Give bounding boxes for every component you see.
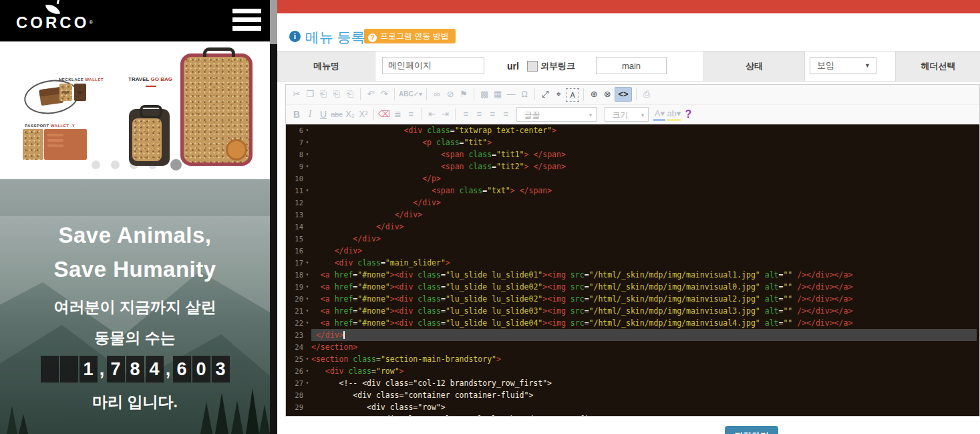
hamburger-menu-icon[interactable] [232, 9, 261, 33]
code-line-18[interactable]: 18▾ <a href="#none"><div class="lu_slide… [286, 269, 979, 281]
fold-arrow-icon[interactable]: ▾ [303, 148, 311, 160]
code-line-27[interactable]: 27▾ <!-- <div class="col-12 brandstory_r… [286, 377, 979, 389]
code-line-8[interactable]: 8▾ <span class="tit1"> </span> [286, 148, 979, 160]
text-color-icon[interactable]: A▾ [653, 108, 665, 121]
link-icon[interactable]: ∞ [431, 87, 443, 102]
cut-icon[interactable]: ✂ [291, 87, 303, 102]
save-button[interactable]: 저장하기 [725, 426, 778, 434]
fold-arrow-icon[interactable]: ▾ [303, 365, 311, 377]
program-link-help-button[interactable]: ?프로그램 연동 방법 [364, 29, 456, 43]
product-slide[interactable]: NECKLACE WALLET PASSPORT WALLET .Y TRAVE… [0, 41, 270, 179]
code-line-26[interactable]: 26▾ <div class="row"> [286, 365, 979, 377]
code-line-25[interactable]: 25▾<section class="section-main-brandsto… [286, 353, 979, 365]
help-icon[interactable]: ? [682, 107, 694, 122]
url-input[interactable] [596, 57, 667, 74]
align-left-icon[interactable]: ≡ [460, 107, 472, 122]
fold-arrow-icon[interactable]: ▾ [303, 317, 311, 329]
fold-arrow-icon[interactable]: ▾ [303, 281, 311, 293]
code-line-30[interactable]: 30 <div class="col-12 col-xl-7 brandstor… [286, 413, 979, 416]
select-all-icon[interactable]: A [566, 88, 579, 102]
fold-arrow-icon[interactable]: ▾ [303, 257, 311, 269]
remove-tag-icon[interactable]: ⊗ [601, 87, 613, 102]
source-icon[interactable]: <> [615, 87, 632, 102]
site-logo[interactable]: CORCO® [16, 3, 90, 31]
code-line-14[interactable]: 14 </div> [286, 221, 979, 233]
code-line-17[interactable]: 17▾ <div class="main_slider"> [286, 257, 979, 269]
source-code-area[interactable]: 6▾ <div class="txtwrap text-center">7▾ <… [286, 124, 979, 416]
image-icon[interactable]: ▩ [478, 87, 490, 102]
strikethrough-icon[interactable]: abc [331, 107, 343, 122]
bg-color-icon[interactable]: ab▾ [667, 108, 681, 121]
align-justify-icon[interactable]: ≡ [500, 107, 512, 122]
code-line-10[interactable]: 10 </p> [286, 173, 979, 185]
code-line-24[interactable]: 24</section> [286, 341, 979, 353]
undo-icon[interactable]: ↶ [365, 87, 377, 102]
status-select[interactable]: 보임 ▼ [810, 57, 876, 74]
code-line-28[interactable]: 28 <div class="container container-fluid… [286, 389, 979, 401]
paste-word-icon[interactable]: ⎗ [344, 87, 356, 102]
fold-arrow-icon[interactable]: ▾ [303, 160, 311, 173]
code-line-22[interactable]: 22▾ <a href="#none"><div class="lu_slide… [286, 317, 979, 329]
menu-name-input[interactable] [382, 57, 484, 74]
slider-dot[interactable] [111, 160, 120, 169]
size-dropdown[interactable]: 크기▾ [605, 107, 649, 122]
external-link-checkbox[interactable] [527, 61, 538, 72]
code-line-20[interactable]: 20▾ <a href="#none"><div class="lu_slide… [286, 293, 979, 305]
unlink-icon[interactable]: ⊘ [444, 87, 456, 102]
preview-scrollbar-track[interactable] [270, 0, 277, 434]
redo-icon[interactable]: ↷ [378, 87, 390, 102]
counter-digit-box: 3 [212, 356, 230, 383]
special-char-icon[interactable]: Ω [518, 87, 530, 102]
fold-arrow-icon[interactable]: ▾ [303, 293, 311, 305]
fold-arrow-icon[interactable]: ▾ [303, 377, 311, 389]
align-center-icon[interactable]: ≡ [473, 107, 485, 122]
fold-arrow-icon[interactable]: ▾ [303, 124, 311, 136]
bold-icon[interactable]: B [291, 107, 303, 122]
ordered-list-icon[interactable]: ≣ [391, 107, 403, 122]
print-icon[interactable]: ⎙ [641, 87, 653, 102]
table-icon[interactable]: ▦ [492, 87, 504, 102]
remove-format-icon[interactable]: ⌫ [378, 107, 390, 122]
hero-section: Save Animals, Save Humanity 여러분이 지금까지 살린… [0, 179, 270, 434]
code-line-12[interactable]: 12 </div> [286, 197, 979, 209]
code-line-29[interactable]: 29 <div class="row"> [286, 401, 979, 413]
add-tag-icon[interactable]: ⊕ [588, 87, 600, 102]
align-right-icon[interactable]: ≡ [486, 107, 498, 122]
superscript-icon[interactable]: X² [357, 107, 369, 122]
subscript-icon[interactable]: X₂ [344, 107, 356, 122]
fold-arrow-icon[interactable]: ▾ [303, 269, 311, 281]
code-line-6[interactable]: 6▾ <div class="txtwrap text-center"> [286, 124, 979, 136]
code-line-9[interactable]: 9▾ <span class="tit2"> </span> [286, 160, 979, 173]
logo-text: CORCO [16, 13, 89, 31]
editor-toolbar-row1: ✂❐⎗⎗⎗↶↷ABC✓▾∞⊘⚑▩▦―Ω⤢⌖A⊕⊗<>⎙ [286, 85, 979, 105]
code-line-23[interactable]: 23 </div> [286, 329, 979, 341]
copy-icon[interactable]: ❐ [304, 87, 316, 102]
code-line-11[interactable]: 11▾ <span class="txt"> </span> [286, 185, 979, 197]
find-icon[interactable]: ⌖ [552, 87, 564, 102]
italic-icon[interactable]: I [304, 107, 316, 122]
font-dropdown[interactable]: 글꼴▾ [516, 107, 597, 122]
anchor-icon[interactable]: ⚑ [458, 87, 470, 102]
outdent-icon[interactable]: ⇤ [426, 107, 438, 122]
unordered-list-icon[interactable]: ≡ [405, 107, 417, 122]
code-line-21[interactable]: 21▾ <a href="#none"><div class="lu_slide… [286, 305, 979, 317]
indent-icon[interactable]: ⇥ [439, 107, 451, 122]
slider-dot[interactable] [92, 160, 100, 169]
paste-text-icon[interactable]: ⎗ [331, 87, 343, 102]
paste-icon[interactable]: ⎗ [317, 87, 329, 102]
fold-arrow-icon[interactable]: ▾ [303, 185, 311, 197]
underline-icon[interactable]: U [317, 107, 329, 122]
spellcheck-icon[interactable]: ABC✓▾ [399, 87, 422, 102]
maximize-icon[interactable]: ⤢ [539, 87, 551, 102]
fold-arrow-icon[interactable]: ▾ [303, 305, 311, 317]
code-line-7[interactable]: 7▾ <p class="tit"> [286, 136, 979, 148]
fold-arrow-icon[interactable]: ▾ [303, 353, 311, 365]
fold-arrow-icon[interactable]: ▾ [303, 136, 311, 148]
preview-scrollbar-thumb[interactable] [270, 0, 277, 44]
horizontal-rule-icon[interactable]: ― [505, 87, 517, 102]
slider-dot-active[interactable] [170, 159, 182, 171]
code-line-13[interactable]: 13 </div> [286, 209, 979, 221]
code-line-15[interactable]: 15 </div> [286, 233, 979, 245]
code-line-19[interactable]: 19▾ <a href="#none"><div class="lu_slide… [286, 281, 979, 293]
code-line-16[interactable]: 16 </div> [286, 245, 979, 257]
